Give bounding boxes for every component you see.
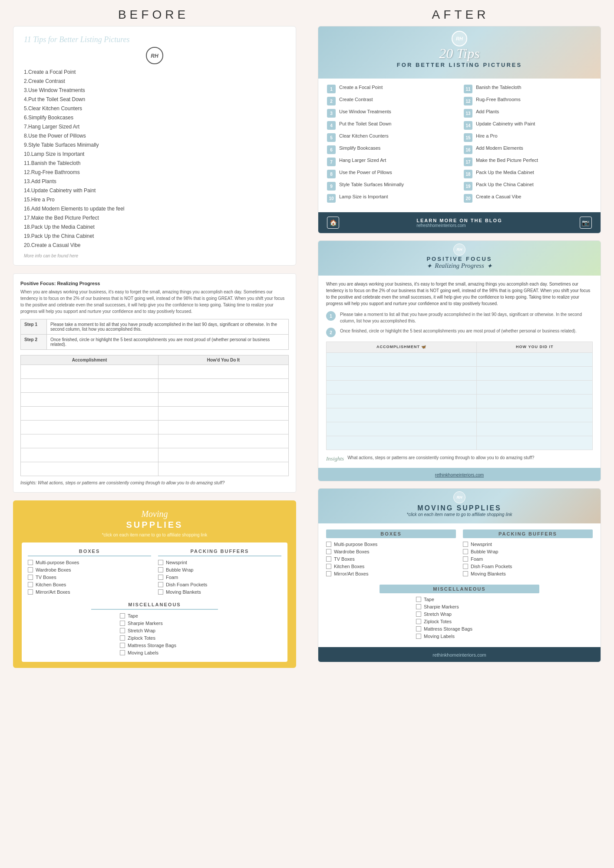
- moving-two-col-after: BOXES Multi-purpose BoxesWardrobe BoxesT…: [326, 529, 593, 579]
- focus-step-row: Step 1Please take a moment to list all t…: [21, 319, 289, 335]
- supply-checkbox[interactable]: [416, 597, 421, 602]
- tips-website[interactable]: refreshhomeinteriors.com: [416, 223, 502, 228]
- focus-website[interactable]: rethinkhomeinteriors.com: [435, 473, 484, 477]
- supply-checkbox[interactable]: [326, 542, 331, 547]
- before-column: 11 Tips for Better Listing Pictures RH 1…: [13, 26, 300, 868]
- supply-checkbox[interactable]: [416, 604, 421, 609]
- supply-label: Dish Foam Pockets: [166, 582, 207, 587]
- supply-checkbox[interactable]: [28, 560, 33, 565]
- supply-checkbox[interactable]: [28, 575, 33, 580]
- supply-checkbox[interactable]: [463, 556, 468, 562]
- supply-item: Moving Blankets: [463, 571, 593, 576]
- step-label: Step 1: [21, 319, 47, 335]
- moving-title-italic: Moving: [22, 509, 287, 519]
- focus-insights-before: Insights: What actions, steps or pattern…: [20, 480, 289, 485]
- supply-checkbox[interactable]: [463, 564, 468, 569]
- supply-checkbox[interactable]: [158, 567, 163, 572]
- supply-checkbox[interactable]: [158, 589, 163, 595]
- tip-text-after: Rug-Free Bathrooms: [476, 97, 521, 102]
- tip-text-after: Update Cabinetry with Paint: [476, 121, 535, 126]
- tip-item-before: 16.Add Modern Elements to update the fee…: [24, 204, 285, 214]
- table-row: [327, 352, 593, 366]
- supply-checkbox[interactable]: [326, 564, 331, 569]
- supply-label: Newsprint: [166, 560, 187, 565]
- moving-website[interactable]: rethinkhomeinteriors.com: [432, 652, 486, 658]
- supply-checkbox[interactable]: [120, 621, 125, 626]
- tip-item-before: 5.Clear Kitchen Counters: [24, 104, 285, 113]
- camera-icon: 📷: [580, 217, 592, 229]
- tip-text-after: Create a Casual Vibe: [476, 194, 521, 199]
- tip-item-before: 14.Update Cabinetry with Paint: [24, 186, 285, 195]
- focus-body-text-after: When you are always working your busines…: [326, 281, 593, 307]
- tip-num-badge: 19: [464, 182, 472, 191]
- step-text: Please take a moment to list all that yo…: [47, 319, 289, 335]
- moving-note-before: *click on each item name to go to affili…: [22, 533, 287, 537]
- tip-item-after: 15Hire a Pro: [464, 133, 592, 142]
- supply-checkbox[interactable]: [120, 635, 125, 641]
- tip-item-after: 8Use the Power of Pillows: [327, 170, 455, 178]
- supply-checkbox[interactable]: [28, 567, 33, 572]
- supply-checkbox[interactable]: [416, 626, 421, 631]
- supply-item: Mirror/Art Boxes: [326, 571, 456, 576]
- table-row: [21, 379, 289, 393]
- tips-after-col2: 11Banish the Tablecloth12Rug-Free Bathro…: [464, 85, 592, 206]
- supply-item: Dish Foam Pockets: [158, 582, 281, 587]
- tips-cta[interactable]: LEARN MORE ON THE BLOG: [416, 218, 502, 223]
- supply-checkbox[interactable]: [463, 571, 468, 576]
- packing-header-before: PACKING BUFFERS: [158, 549, 281, 556]
- tip-num-badge: 18: [464, 170, 472, 178]
- supply-checkbox[interactable]: [120, 613, 125, 618]
- tip-item-before: 18.Pack Up the Media Cabinet: [24, 223, 285, 232]
- supply-label: Newsprint: [471, 542, 492, 547]
- table-row: [21, 407, 289, 421]
- table-row: [21, 393, 289, 407]
- tip-item-after: 7Hang Larger Sized Art: [327, 158, 455, 166]
- supply-checkbox[interactable]: [120, 628, 125, 633]
- supply-checkbox[interactable]: [28, 589, 33, 595]
- supply-checkbox[interactable]: [158, 582, 163, 587]
- packing-col-before: PACKING BUFFERS NewsprintBubble WrapFoam…: [158, 549, 281, 597]
- tip-item-after: 19Pack Up the China Cabinet: [464, 182, 592, 191]
- tips-big-number: 20 Tips: [397, 46, 522, 62]
- supply-checkbox[interactable]: [28, 582, 33, 587]
- supply-checkbox[interactable]: [463, 542, 468, 547]
- tip-num-badge: 6: [327, 145, 336, 154]
- tip-text-after: Style Table Surfaces Minimally: [339, 182, 404, 187]
- supply-item: Wardrobe Boxes: [326, 549, 456, 554]
- focus-steps-after: 1Please take a moment to list all that y…: [326, 311, 593, 337]
- moving-card-before: Moving SUPPLIES *click on each item name…: [13, 500, 296, 668]
- supply-checkbox[interactable]: [416, 612, 421, 617]
- supply-checkbox[interactable]: [120, 650, 125, 655]
- supply-checkbox[interactable]: [120, 643, 125, 648]
- supply-checkbox[interactable]: [463, 549, 468, 554]
- tip-text-after: Put the Toilet Seat Down: [339, 121, 391, 126]
- tip-num-badge: 8: [327, 170, 336, 178]
- supply-label: Kitchen Boxes: [36, 582, 66, 587]
- focus-header-logo: RH: [453, 243, 465, 256]
- tip-num-badge: 10: [327, 194, 336, 203]
- supply-label: TV Boxes: [334, 556, 355, 562]
- supply-item: TV Boxes: [28, 575, 151, 580]
- focus-steps-table: Step 1Please take a moment to list all t…: [20, 319, 289, 350]
- misc-list-before: TapeSharpie MarkersStretch WrapZiplock T…: [28, 613, 281, 658]
- supply-checkbox[interactable]: [416, 634, 421, 639]
- tips-more-info[interactable]: More info can be found here: [24, 253, 285, 258]
- moving-footer-after: rethinkhomeinteriors.com: [318, 647, 601, 662]
- moving-packing-col-after: PACKING BUFFERS NewsprintBubble WrapFoam…: [463, 529, 593, 579]
- supply-checkbox[interactable]: [326, 571, 331, 576]
- supply-item: Newsprint: [463, 542, 593, 547]
- tips-card-after: RH 20 Tips FOR BETTER LISTING PICTURES 1…: [318, 26, 601, 233]
- supply-checkbox[interactable]: [326, 556, 331, 562]
- focus-body-text: When you are always working your busines…: [20, 289, 289, 315]
- focus-section-title: Positive Focus: Realizing Progress: [20, 281, 289, 286]
- tip-item-after: 12Rug-Free Bathrooms: [464, 97, 592, 105]
- supply-checkbox[interactable]: [416, 619, 421, 624]
- supply-label: Mirror/Art Boxes: [334, 571, 368, 576]
- moving-boxes-col-after: BOXES Multi-purpose BoxesWardrobe BoxesT…: [326, 529, 456, 579]
- supply-checkbox[interactable]: [158, 560, 163, 565]
- tips-after-col1: 1Create a Focal Point2Create Contrast3Us…: [327, 85, 455, 206]
- tip-text-after: Use the Power of Pillows: [339, 170, 392, 175]
- supply-checkbox[interactable]: [326, 549, 331, 554]
- supply-checkbox[interactable]: [158, 575, 163, 580]
- tip-text-after: Hang Larger Sized Art: [339, 158, 386, 163]
